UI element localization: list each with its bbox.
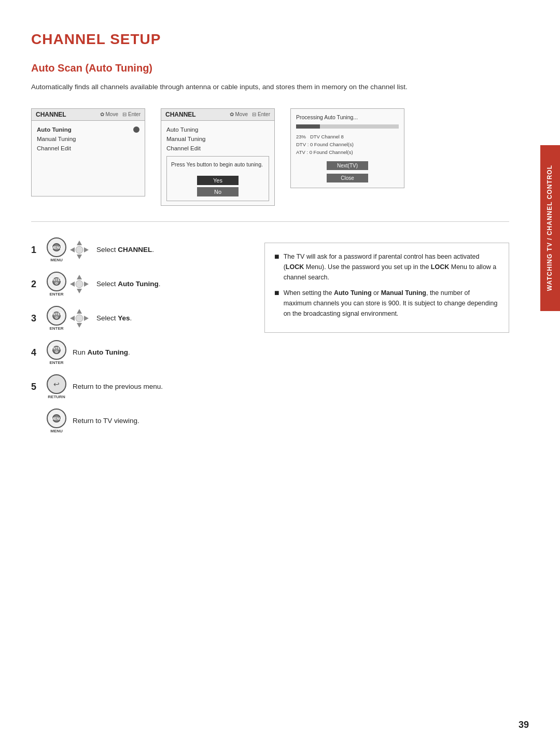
- page-number: 39: [519, 720, 529, 730]
- screen-3-body: Processing Auto Tuning... 23% DTV Channe…: [291, 109, 404, 188]
- svg-marker-12: [70, 316, 75, 321]
- step-row-4: 4 ENTER⊙ ENTER Run Auto Tuning.: [31, 340, 249, 365]
- enter-btn-label-3: ENTER⊙: [50, 312, 63, 320]
- enter-btn-inner-3: ENTER⊙: [52, 312, 61, 320]
- menu-btn-inner-6: MENU: [52, 414, 61, 423]
- step-5-text: Return to the previous menu.: [73, 382, 163, 392]
- screen-3: Processing Auto Tuning... 23% DTV Channe…: [290, 108, 404, 189]
- dialog-yes-btn[interactable]: Yes: [197, 176, 239, 185]
- screens-row: CHANNEL ✿ Move ⊟ Enter Auto Tuning Manua…: [31, 108, 509, 206]
- screen-2-title: CHANNEL: [165, 111, 196, 118]
- menu-btn-text-6: MENU: [50, 429, 63, 433]
- processing-btns: Next(TV) Close: [296, 161, 399, 182]
- step-row-5: 5 ↩ RETURN Return to the previous menu.: [31, 374, 249, 399]
- side-tab-label: WATCHING TV / CHANNEL CONTROL: [546, 165, 554, 291]
- enter-btn-label-4: ENTER⊙: [50, 346, 63, 354]
- menu-btn-6[interactable]: MENU: [47, 409, 66, 428]
- screen-2-header: CHANNEL ✿ Move ⊟ Enter: [161, 109, 274, 121]
- enter-btn-label-2: ENTER⊙: [50, 278, 63, 286]
- enter-btn-text-4: ENTER: [49, 360, 63, 365]
- menu-btn-label-6: MENU: [51, 417, 62, 421]
- step-5-icons: ↩ RETURN: [47, 374, 66, 399]
- side-tab: WATCHING TV / CHANNEL CONTROL: [540, 145, 560, 311]
- progress-bar-fill: [296, 124, 320, 129]
- screen-2-nav: ✿ Move ⊟ Enter: [230, 111, 270, 117]
- screen-1: CHANNEL ✿ Move ⊟ Enter Auto Tuning Manua…: [31, 108, 145, 196]
- screen-1-header: CHANNEL ✿ Move ⊟ Enter: [32, 109, 145, 121]
- svg-point-4: [76, 246, 83, 254]
- note-item-2: ■ When setting the Auto Tuning or Manual…: [274, 288, 499, 319]
- svg-marker-3: [84, 247, 89, 252]
- next-tv-btn[interactable]: Next(TV): [327, 161, 368, 170]
- svg-point-9: [76, 280, 83, 288]
- divider: [31, 221, 509, 222]
- nav-cross-2[interactable]: [68, 273, 90, 295]
- nav-cross-1[interactable]: [68, 239, 90, 261]
- dialog-no-btn[interactable]: No: [197, 187, 239, 196]
- menu-btn-group-6: MENU MENU: [47, 409, 66, 433]
- step-1-text: Select CHANNEL.: [96, 245, 154, 255]
- processing-title: Processing Auto Tuning...: [296, 114, 399, 120]
- step-2-icons: ENTER⊙ ENTER: [47, 272, 90, 297]
- nav-cross-3[interactable]: [68, 307, 90, 329]
- enter-btn-4[interactable]: ENTER⊙: [47, 340, 66, 360]
- return-btn[interactable]: ↩: [47, 374, 66, 394]
- svg-point-14: [76, 315, 83, 322]
- close-btn[interactable]: Close: [327, 174, 368, 182]
- screen-2-dialog: Press Yes button to begin auto tuning. Y…: [166, 156, 269, 202]
- enter-btn-3[interactable]: ENTER⊙: [47, 306, 66, 326]
- svg-marker-7: [70, 281, 75, 287]
- return-icon: ↩: [53, 380, 60, 388]
- steps-left: 1 MENU MENU: [31, 237, 249, 443]
- screen-1-nav: ✿ Move ⊟ Enter: [100, 111, 141, 117]
- step-number-1: 1: [31, 245, 40, 256]
- note-item-1: ■ The TV will ask for a password if pare…: [274, 251, 499, 283]
- screen-2: CHANNEL ✿ Move ⊟ Enter Auto Tuning Manua…: [161, 108, 275, 206]
- screen-1-menu-item-2: Manual Tuning: [37, 134, 139, 144]
- step-4-icons: ENTER⊙ ENTER: [47, 340, 66, 365]
- svg-marker-8: [84, 281, 89, 287]
- screen-1-body: Auto Tuning Manual Tuning Channel Edit: [32, 121, 145, 157]
- screen-2-body: Auto Tuning Manual Tuning Channel Edit P…: [161, 121, 274, 206]
- screen-1-radio: [133, 126, 139, 133]
- step-6-icons: MENU MENU: [47, 409, 66, 433]
- svg-marker-0: [77, 241, 82, 245]
- note-text-2: When setting the Auto Tuning or Manual T…: [284, 288, 499, 319]
- enter-btn-inner-2: ENTER⊙: [52, 277, 61, 286]
- enter-btn-2[interactable]: ENTER⊙: [47, 272, 66, 291]
- step-row-6: MENU MENU Return to TV viewing.: [31, 409, 249, 433]
- step-6-text: Return to TV viewing.: [73, 416, 139, 426]
- step-1-icons: MENU MENU: [47, 237, 90, 262]
- menu-btn-inner-1: MENU: [52, 243, 61, 251]
- step-row-3: 3 ENTER⊙ ENTER: [31, 306, 249, 331]
- step-number-5: 5: [31, 382, 40, 392]
- processing-info: 23% DTV Channel 8 DTV : 0 Found Channel(…: [296, 133, 399, 157]
- return-btn-group: ↩ RETURN: [47, 374, 66, 399]
- step-number-2: 2: [31, 279, 40, 290]
- section-desc: Automatically finds all channels availab…: [31, 81, 456, 93]
- svg-marker-5: [77, 275, 82, 279]
- menu-btn-label-1: MENU: [51, 246, 62, 250]
- svg-marker-6: [77, 289, 82, 293]
- section-title: Auto Scan (Auto Tuning): [31, 62, 509, 74]
- svg-marker-13: [84, 316, 89, 321]
- notes-box: ■ The TV will ask for a password if pare…: [264, 243, 509, 333]
- return-btn-text: RETURN: [48, 395, 65, 399]
- screen-1-menu-item-1: Auto Tuning: [37, 125, 139, 134]
- note-bullet-1: ■: [274, 251, 279, 261]
- screen-1-title: CHANNEL: [36, 111, 66, 118]
- enter-btn-text-2: ENTER: [49, 292, 63, 297]
- step-row-1: 1 MENU MENU: [31, 237, 249, 262]
- note-bullet-2: ■: [274, 288, 279, 298]
- menu-btn-text-1: MENU: [50, 258, 63, 262]
- enter-btn-group-2: ENTER⊙ ENTER: [47, 272, 66, 297]
- dialog-buttons: Yes No: [171, 176, 264, 196]
- main-content: CHANNEL SETUP Auto Scan (Auto Tuning) Au…: [0, 0, 540, 484]
- svg-marker-10: [77, 309, 82, 314]
- dialog-text: Press Yes button to begin auto tuning.: [171, 161, 264, 169]
- menu-btn-1[interactable]: MENU: [47, 237, 66, 257]
- note-text-1: The TV will ask for a password if parent…: [284, 251, 499, 283]
- step-2-text: Select Auto Tuning.: [96, 279, 161, 289]
- step-3-text: Select Yes.: [96, 314, 132, 323]
- svg-marker-2: [70, 247, 75, 252]
